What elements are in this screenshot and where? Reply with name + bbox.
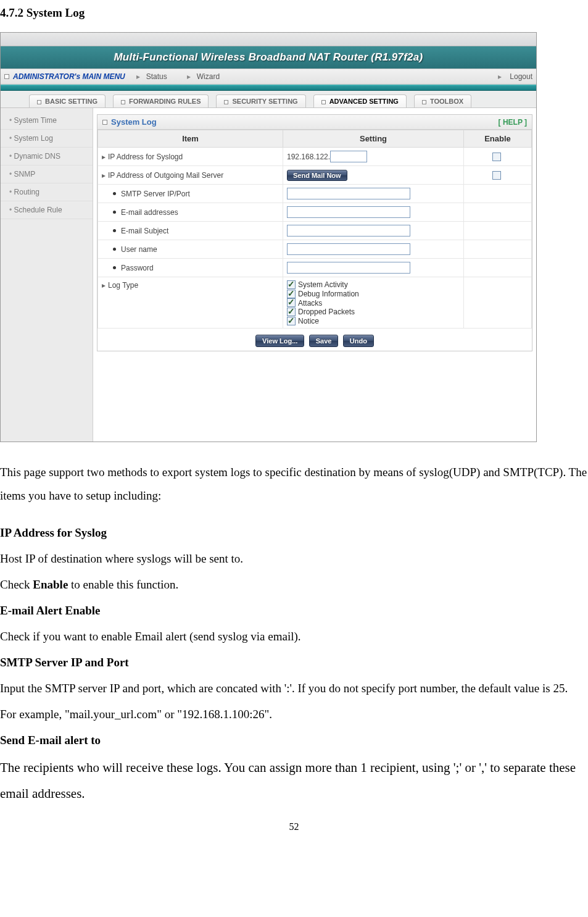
chevron-right-icon: ▸ [136, 72, 140, 81]
smtp-input[interactable] [287, 188, 410, 199]
square-icon [4, 74, 9, 79]
nav-logout[interactable]: Logout [510, 72, 532, 81]
syslog-ip-input[interactable] [330, 151, 367, 162]
col-header-item: Item [98, 130, 283, 148]
router-banner: Multi-Functional Wireless Broadband NAT … [1, 46, 536, 69]
tab-label: ADVANCED SETTING [329, 98, 399, 105]
chevron-right-icon: ▸ [498, 72, 502, 81]
heading-ip-syslog: IP Address for Syslog [0, 521, 588, 545]
text-smtp1: Input the SMTP server IP and port, which… [0, 677, 588, 700]
tab-security-setting[interactable]: SECURITY SETTING [216, 94, 305, 107]
triangle-icon: ▸ [102, 171, 106, 180]
mail-enable-checkbox[interactable] [492, 171, 501, 180]
password-input[interactable] [287, 262, 410, 274]
row-syslog-ip: ▸IP Address for Syslogd 192.168.122. [98, 148, 532, 166]
row-log-type: ▸Log Type System Activity Debug Informat… [98, 277, 532, 329]
save-button[interactable]: Save [309, 335, 339, 347]
logtype-label: Debug Information [298, 290, 359, 298]
view-log-button[interactable]: View Log... [255, 335, 304, 347]
col-header-enable: Enable [464, 130, 532, 148]
sidebar: System Time System Log Dynamic DNS SNMP … [1, 108, 93, 442]
bullet-icon [113, 211, 116, 214]
bullet-icon [113, 192, 116, 195]
sidebar-item-schedule-rule[interactable]: Schedule Rule [1, 201, 93, 219]
undo-button[interactable]: Undo [343, 335, 374, 347]
username-input[interactable] [287, 243, 410, 255]
row-mail-server: ▸IP Address of Outgoing Mail Server Send… [98, 166, 532, 185]
tab-label: BASIC SETTING [45, 98, 97, 105]
nav-logout-wrap: ▸ Logout [487, 72, 532, 81]
send-mail-now-button[interactable]: Send Mail Now [287, 170, 347, 181]
syslog-enable-checkbox[interactable] [492, 153, 501, 161]
text-email1: Check if you want to enable Email alert … [0, 625, 588, 648]
square-icon [37, 100, 41, 104]
row-label: Password [121, 264, 154, 272]
config-table: Item Setting Enable ▸IP Address for Sysl… [97, 130, 532, 329]
logtype-label: Dropped Packets [298, 308, 355, 316]
ip-prefix: 192.168.122. [287, 153, 330, 161]
bullet-icon [113, 248, 116, 251]
window-title-bar [1, 33, 536, 46]
layout: System Time System Log Dynamic DNS SNMP … [1, 108, 536, 442]
panel-title: System Log [111, 117, 157, 127]
tab-basic-setting[interactable]: BASIC SETTING [29, 94, 106, 107]
tab-forwarding-rules[interactable]: FORWARDING RULES [113, 94, 209, 107]
text-ip2: Check Enable to enable this function. [0, 573, 588, 597]
text-ip1: Host IP of destination where syslogs wil… [0, 547, 588, 571]
row-smtp: SMTP Server IP/Port [98, 185, 532, 203]
sidebar-item-snmp[interactable]: SNMP [1, 165, 93, 183]
row-label: E-mail addresses [121, 208, 178, 217]
bullet-icon [113, 229, 116, 232]
tab-label: SECURITY SETTING [232, 98, 297, 105]
row-label: IP Address of Outgoing Mail Server [108, 171, 223, 180]
panel-header: System Log [ HELP ] [97, 115, 532, 130]
row-label: E-mail Subject [121, 227, 168, 235]
email-subject-input[interactable] [287, 225, 410, 237]
sidebar-item-routing[interactable]: Routing [1, 183, 93, 201]
row-email-subject: E-mail Subject [98, 222, 532, 240]
col-header-setting: Setting [283, 130, 464, 148]
tab-label: FORWARDING RULES [129, 98, 201, 105]
page-number: 52 [0, 821, 588, 832]
row-email-addresses: E-mail addresses [98, 203, 532, 222]
row-password: Password [98, 259, 532, 277]
logtype-label: Attacks [298, 298, 322, 307]
help-link[interactable]: [ HELP ] [499, 118, 527, 127]
tabs-row: BASIC SETTING FORWARDING RULES SECURITY … [1, 91, 536, 108]
router-screenshot: Multi-Functional Wireless Broadband NAT … [0, 32, 537, 442]
heading-smtp: SMTP Server IP and Port [0, 651, 588, 674]
square-icon [121, 100, 125, 104]
intro-paragraph: This page support two methods to export … [0, 461, 588, 508]
logtype-label: Notice [298, 317, 319, 325]
text-smtp2: For example, "mail.your_url.com" or "192… [0, 703, 588, 726]
chevron-right-icon: ▸ [187, 72, 191, 81]
bullet-icon [113, 266, 116, 269]
logtype-notice-checkbox[interactable] [287, 317, 296, 325]
row-label: SMTP Server IP/Port [121, 190, 190, 198]
row-label: User name [121, 245, 157, 254]
tab-advanced-setting[interactable]: ADVANCED SETTING [313, 94, 407, 107]
section-heading: 4.7.2 System Log [0, 6, 588, 20]
logtype-label: System Activity [298, 280, 348, 289]
triangle-icon: ▸ [102, 281, 106, 290]
square-icon [102, 120, 107, 125]
row-label: Log Type [108, 281, 138, 290]
square-icon [422, 100, 426, 104]
teal-divider [1, 85, 536, 91]
sidebar-item-system-log[interactable]: System Log [1, 130, 93, 148]
triangle-icon: ▸ [102, 153, 106, 161]
admin-main-menu-label: ADMINISTRATOR's MAIN MENU [13, 72, 125, 81]
sidebar-item-system-time[interactable]: System Time [1, 112, 93, 130]
heading-email-alert: E-mail Alert Enable [0, 599, 588, 622]
admin-menu-bar: ADMINISTRATOR's MAIN MENU ▸ Status ▸ Wiz… [1, 69, 536, 85]
nav-status[interactable]: Status [146, 72, 167, 81]
nav-wizard[interactable]: Wizard [197, 72, 220, 81]
heading-send-to: Send E-mail alert to [0, 729, 588, 752]
email-addresses-input[interactable] [287, 206, 410, 218]
tab-toolbox[interactable]: TOOLBOX [414, 94, 471, 107]
row-username: User name [98, 240, 532, 259]
system-log-panel: System Log [ HELP ] Item Setting Enable … [97, 114, 532, 351]
square-icon [321, 100, 326, 104]
sidebar-item-dynamic-dns[interactable]: Dynamic DNS [1, 148, 93, 165]
tab-label: TOOLBOX [430, 98, 463, 105]
